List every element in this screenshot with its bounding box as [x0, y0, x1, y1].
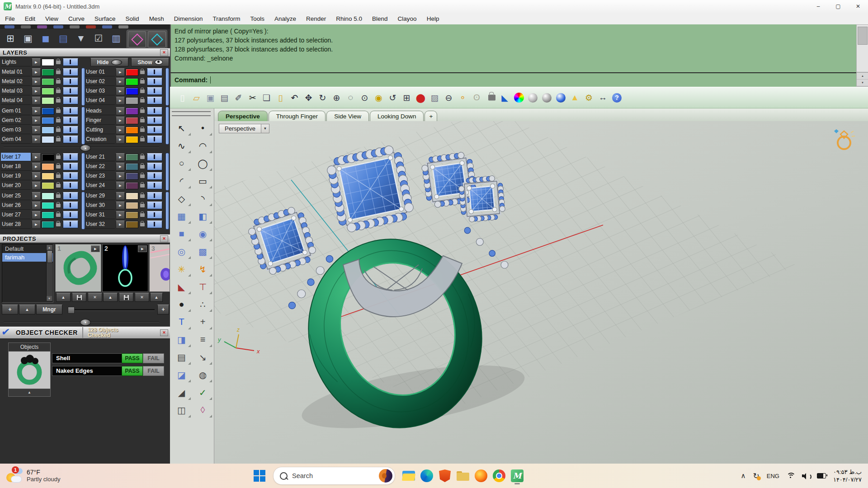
- layer-label[interactable]: Gem 02: [1, 116, 31, 125]
- layer-visibility-toggle[interactable]: [147, 202, 162, 209]
- texture-sphere-icon[interactable]: [541, 90, 553, 105]
- undo-view-icon[interactable]: ↺: [387, 90, 399, 105]
- clock-widget[interactable]: ب.ظ ۰۹:۵۳ ۱۴۰۴/۰۷/۲۷: [833, 468, 862, 483]
- layer-visibility-toggle[interactable]: [147, 182, 162, 189]
- layer-expand-icon[interactable]: ▶: [32, 153, 41, 161]
- expand-projects-button[interactable]: +: [157, 305, 169, 314]
- viewport-title-dropdown[interactable]: Perspective ▼: [219, 124, 269, 133]
- tool-rectangle-icon[interactable]: ▭: [193, 173, 213, 189]
- tool-ellipse-icon[interactable]: ◯: [193, 155, 213, 172]
- layer-expand-icon[interactable]: ▶: [32, 126, 41, 134]
- layer-label[interactable]: Cutting: [85, 126, 115, 134]
- layer-expand-icon[interactable]: ▶: [116, 107, 125, 115]
- thumbnail-menu-icon[interactable]: ▶: [91, 245, 100, 252]
- command-prompt[interactable]: Command:: [170, 72, 861, 87]
- layer-label[interactable]: User 17: [1, 153, 31, 161]
- layer-lock-icon[interactable]: [56, 61, 61, 64]
- material-sphere-icon[interactable]: [555, 90, 567, 105]
- layer-color-swatch[interactable]: [42, 173, 54, 180]
- layer-color-swatch[interactable]: [126, 97, 138, 104]
- tool-grid-array-icon[interactable]: ▤: [171, 349, 192, 366]
- layer-color-swatch[interactable]: [42, 69, 54, 76]
- layer-color-swatch[interactable]: [42, 117, 54, 124]
- layer-label[interactable]: User 30: [85, 201, 115, 210]
- wifi-icon[interactable]: [787, 473, 795, 479]
- layer-visibility-toggle[interactable]: [63, 68, 78, 76]
- circle-center-icon[interactable]: ⊖: [443, 90, 455, 105]
- tab-through-finger[interactable]: Through Finger: [269, 111, 326, 121]
- layer-visibility-toggle[interactable]: [147, 163, 162, 170]
- layer-visibility-toggle[interactable]: [63, 78, 78, 85]
- gear-options-icon[interactable]: ⚙: [583, 90, 595, 105]
- layer-group-scroll[interactable]: [81, 107, 85, 145]
- taskbar-folder-icon[interactable]: [454, 467, 472, 485]
- projects-close-icon[interactable]: ✕: [160, 235, 168, 242]
- layer-label[interactable]: User 23: [85, 172, 115, 180]
- layer-visibility-toggle[interactable]: [63, 136, 78, 143]
- menu-curve[interactable]: Curve: [63, 14, 90, 24]
- layer-label[interactable]: User 18: [1, 162, 31, 171]
- layer-lock-icon[interactable]: [140, 80, 145, 84]
- layer-color-swatch[interactable]: [42, 211, 54, 219]
- sync-status-icon[interactable]: ↻: [753, 471, 759, 481]
- help-icon[interactable]: ?: [611, 90, 623, 105]
- layer-lock-icon[interactable]: [140, 174, 145, 178]
- layer-expand-icon[interactable]: ▶: [32, 107, 41, 115]
- manager-button[interactable]: Mngr: [36, 305, 62, 314]
- layer-color-swatch[interactable]: [126, 69, 138, 76]
- layer-label[interactable]: Lights: [1, 58, 31, 66]
- tool-check-icon[interactable]: ✓: [193, 384, 213, 401]
- delete-project-button[interactable]: ✕: [88, 293, 102, 302]
- tool-curve-through-points-icon[interactable]: ◠: [193, 137, 213, 154]
- layer-lock-icon[interactable]: [56, 174, 61, 178]
- gem-cyan-button[interactable]: [148, 31, 166, 47]
- layer-expand-icon[interactable]: ▶: [116, 97, 125, 105]
- perspective-viewport[interactable]: Perspective ▼: [214, 121, 868, 464]
- layer-label[interactable]: User 20: [1, 181, 31, 190]
- make2d-icon[interactable]: ▨: [429, 90, 441, 105]
- four-viewports-icon[interactable]: ⊞: [401, 90, 413, 105]
- load-project-button[interactable]: ▲: [103, 293, 118, 302]
- layer-expand-icon[interactable]: ▶: [32, 117, 41, 125]
- command-history[interactable]: End of mirror plane ( Copy=Yes ):127 pol…: [170, 24, 861, 74]
- tool-text-icon[interactable]: T: [171, 314, 192, 330]
- layer-expand-icon[interactable]: ▶: [116, 126, 125, 134]
- scroll-down-icon[interactable]: ▼: [47, 296, 52, 301]
- layer-label[interactable]: Heads: [85, 107, 115, 115]
- layer-label[interactable]: Gem 04: [1, 135, 31, 144]
- project-thumbnail-1[interactable]: 1 ▶: [55, 244, 101, 292]
- layer-color-swatch[interactable]: [126, 163, 138, 170]
- layer-visibility-toggle[interactable]: [63, 153, 78, 161]
- layer-lock-icon[interactable]: [56, 155, 61, 159]
- tool-arc-icon[interactable]: ◜: [171, 173, 192, 189]
- dimension-icon[interactable]: ↔: [597, 90, 609, 105]
- layer-expand-icon[interactable]: ▶: [32, 58, 41, 66]
- menu-render[interactable]: Render: [301, 14, 331, 24]
- layer-lock-icon[interactable]: [56, 80, 61, 84]
- taskbar-firefox-icon[interactable]: [472, 467, 490, 485]
- tool-export-icon[interactable]: ↘: [193, 349, 213, 366]
- rotate-view-icon[interactable]: ↻: [316, 90, 329, 105]
- layer-label[interactable]: User 32: [85, 220, 115, 229]
- selection-filter-icon[interactable]: ☑: [91, 31, 106, 46]
- layer-expand-icon[interactable]: ▶: [32, 68, 41, 76]
- pan-icon[interactable]: ✥: [302, 90, 315, 105]
- load-project-button[interactable]: ▲: [150, 293, 163, 302]
- tool-gem-studio-icon[interactable]: ✳: [171, 261, 192, 277]
- layer-label[interactable]: User 26: [1, 201, 31, 210]
- layer-expand-icon[interactable]: ▶: [116, 221, 125, 229]
- tool-eraser-icon[interactable]: ◊: [193, 402, 213, 418]
- layer-visibility-toggle[interactable]: [147, 78, 162, 85]
- layer-lock-icon[interactable]: [140, 119, 145, 122]
- render-sphere-icon[interactable]: [527, 90, 539, 105]
- menu-file[interactable]: File: [0, 14, 20, 24]
- tool-surface-icon[interactable]: ◧: [193, 208, 213, 225]
- add-project-button[interactable]: +: [2, 305, 18, 314]
- layer-color-swatch[interactable]: [42, 163, 54, 170]
- layer-visibility-toggle[interactable]: [63, 221, 78, 228]
- layer-label[interactable]: Finger: [85, 116, 115, 125]
- gem-ring-widget-icon[interactable]: [832, 127, 855, 152]
- project-item-farimah[interactable]: farimah: [2, 253, 53, 262]
- layer-label[interactable]: Metal 03: [1, 87, 31, 95]
- menu-view[interactable]: View: [40, 14, 63, 24]
